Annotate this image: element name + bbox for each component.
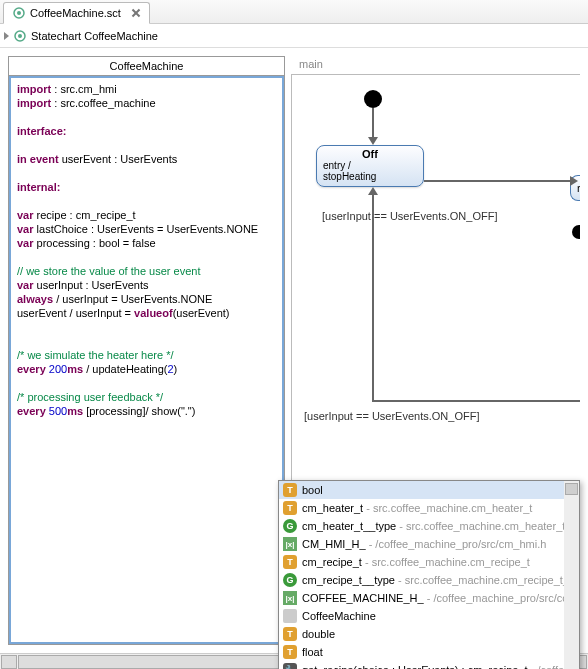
- arrow-head-icon: [570, 176, 578, 186]
- code-line: [17, 166, 276, 180]
- code-line: internal:: [17, 180, 276, 194]
- autocomplete-item[interactable]: Gcm_recipe_t__type - src.coffee_machine.…: [279, 571, 579, 589]
- autocomplete-item[interactable]: Tdouble: [279, 625, 579, 643]
- state-off[interactable]: Off entry / stopHeating: [316, 145, 424, 187]
- autocomplete-label: COFFEE_MACHINE_H_ - /coffee_machine_pro/…: [302, 592, 575, 604]
- breadcrumb[interactable]: Statechart CoffeeMachine: [0, 24, 588, 48]
- transition-guard-1: [userInput == UserEvents.ON_OFF]: [322, 210, 497, 222]
- code-line: userEvent / userInput = valueof(userEven…: [17, 306, 276, 320]
- transition-return-h[interactable]: [372, 400, 580, 402]
- code-line: var lastChoice : UserEvents = UserEvents…: [17, 222, 276, 236]
- tab-bar: CoffeeMachine.sct: [0, 0, 588, 24]
- region-label: main: [299, 58, 323, 70]
- t-type-icon: T: [283, 645, 297, 659]
- code-line: [17, 376, 276, 390]
- scrollbar-thumb[interactable]: [565, 483, 578, 495]
- autocomplete-item[interactable]: Tcm_heater_t - src.coffee_machine.cm_hea…: [279, 499, 579, 517]
- t-type-icon: T: [283, 483, 297, 497]
- code-line: interface:: [17, 124, 276, 138]
- code-line: [17, 194, 276, 208]
- code-line: [17, 320, 276, 334]
- autocomplete-label: cm_recipe_t__type - src.coffee_machine.c…: [302, 574, 575, 586]
- initial-state-dot[interactable]: [364, 90, 382, 108]
- definition-code[interactable]: import : src.cm_hmiimport : src.coffee_m…: [9, 76, 284, 644]
- autocomplete-label: get_recipe(choice : UserEvents) : cm_rec…: [302, 664, 575, 669]
- code-line: import : src.cm_hmi: [17, 82, 276, 96]
- autocomplete-item[interactable]: 🔧get_recipe(choice : UserEvents) : cm_re…: [279, 661, 579, 669]
- definition-title: CoffeeMachine: [9, 57, 284, 76]
- code-line: var processing : bool = false: [17, 236, 276, 250]
- x-type-icon: |x|: [283, 537, 297, 551]
- autocomplete-label: CoffeeMachine: [302, 610, 575, 622]
- autocomplete-label: double: [302, 628, 575, 640]
- tab-filename: CoffeeMachine.sct: [30, 7, 121, 19]
- transition-guard-2: [userInput == UserEvents.ON_OFF]: [304, 410, 479, 422]
- autocomplete-label: cm_heater_t__type - src.coffee_machine.c…: [302, 520, 575, 532]
- initial-transition: [372, 108, 374, 138]
- close-icon[interactable]: [131, 8, 141, 18]
- statechart-file-icon: [12, 6, 26, 20]
- code-line: [17, 110, 276, 124]
- definition-section: CoffeeMachine import : src.cm_hmiimport …: [8, 56, 285, 645]
- autocomplete-item[interactable]: Tcm_recipe_t - src.coffee_machine.cm_rec…: [279, 553, 579, 571]
- autocomplete-label: bool: [302, 484, 575, 496]
- autocomplete-item[interactable]: |x|CM_HMI_H_ - /coffee_machine_pro/src/c…: [279, 535, 579, 553]
- g-type-icon: G: [283, 573, 297, 587]
- x-type-icon: |x|: [283, 591, 297, 605]
- state-off-name: Off: [323, 148, 417, 160]
- code-line: import : src.coffee_machine: [17, 96, 276, 110]
- editor-tab[interactable]: CoffeeMachine.sct: [3, 2, 150, 24]
- code-line: /* we simulate the heater here */: [17, 348, 276, 362]
- scroll-left-button[interactable]: [1, 655, 17, 669]
- svg-point-1: [17, 11, 21, 15]
- code-line: every 500ms [processing]/ show("."): [17, 404, 276, 418]
- t-type-icon: T: [283, 627, 297, 641]
- statechart-icon: [13, 29, 27, 43]
- autocomplete-item[interactable]: Tbool: [279, 481, 579, 499]
- autocomplete-label: cm_recipe_t - src.coffee_machine.cm_reci…: [302, 556, 575, 568]
- code-line: every 200ms / updateHeating(2): [17, 362, 276, 376]
- autocomplete-label: CM_HMI_H_ - /coffee_machine_pro/src/cm_h…: [302, 538, 575, 550]
- autocomplete-item[interactable]: |x|COFFEE_MACHINE_H_ - /coffee_machine_p…: [279, 589, 579, 607]
- breadcrumb-label: Statechart CoffeeMachine: [31, 30, 158, 42]
- t-type-icon: T: [283, 555, 297, 569]
- code-line: // we store the value of the user event: [17, 264, 276, 278]
- t-type-icon: T: [283, 501, 297, 515]
- autocomplete-label: float: [302, 646, 575, 658]
- autocomplete-item[interactable]: Gcm_heater_t__type - src.coffee_machine.…: [279, 517, 579, 535]
- code-line: in event userEvent : UserEvents: [17, 152, 276, 166]
- arrow-head-icon: [368, 137, 378, 145]
- state-off-action: stopHeating: [323, 171, 417, 182]
- code-line: var userInput : UserEvents: [17, 278, 276, 292]
- code-line: always / userInput = UserEvents.NONE: [17, 292, 276, 306]
- arrow-head-icon: [368, 187, 378, 195]
- transition-return-v[interactable]: [372, 193, 374, 401]
- svg-point-3: [18, 34, 22, 38]
- autocomplete-popup[interactable]: TboolTcm_heater_t - src.coffee_machine.c…: [278, 480, 580, 669]
- autocomplete-label: cm_heater_t - src.coffee_machine.cm_heat…: [302, 502, 575, 514]
- code-line: /* processing user feedback */: [17, 390, 276, 404]
- code-line: var recipe : cm_recipe_t: [17, 208, 276, 222]
- sq-type-icon: [283, 609, 297, 623]
- breadcrumb-arrow-icon: [4, 32, 9, 40]
- state-off-entry: entry /: [323, 160, 417, 171]
- code-line: [17, 334, 276, 348]
- code-line: [17, 138, 276, 152]
- code-line: [17, 250, 276, 264]
- nested-initial-dot[interactable]: [572, 225, 580, 239]
- w-type-icon: 🔧: [283, 663, 297, 669]
- autocomplete-item[interactable]: CoffeeMachine: [279, 607, 579, 625]
- autocomplete-item[interactable]: Tfloat: [279, 643, 579, 661]
- g-type-icon: G: [283, 519, 297, 533]
- autocomplete-scrollbar[interactable]: [564, 481, 579, 669]
- transition-off-to-on[interactable]: [424, 180, 572, 182]
